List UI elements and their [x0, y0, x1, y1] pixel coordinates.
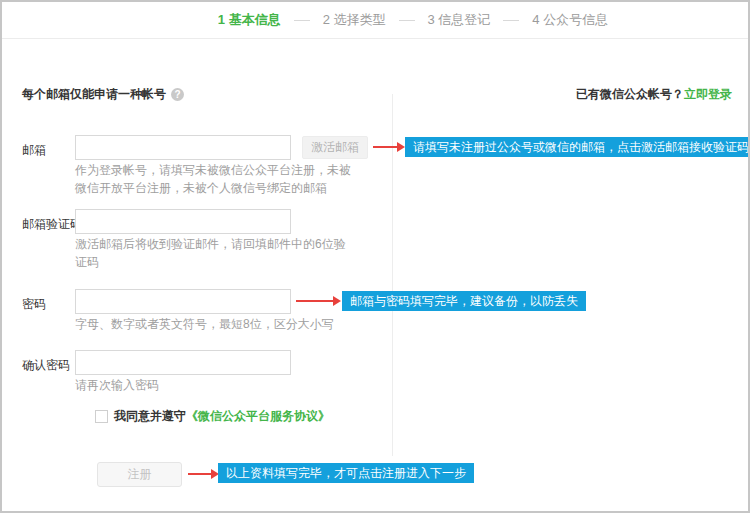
service-agreement-link[interactable]: 《微信公众平台服务协议》	[186, 409, 330, 423]
email-label: 邮箱	[22, 142, 46, 159]
step-account-type: 2 选择类型	[323, 11, 386, 29]
submit-tip-callout: 以上资料填写完毕，才可点击注册进入下一步	[218, 463, 474, 483]
register-button[interactable]: 注册	[97, 462, 182, 487]
agreement-checkbox[interactable]	[95, 410, 108, 423]
question-circle-icon[interactable]: ?	[171, 88, 184, 101]
email-input[interactable]	[75, 135, 291, 160]
password-input[interactable]	[75, 289, 291, 314]
stepper-bar: 1 基本信息 2 选择类型 3 信息登记 4 公众号信息	[2, 2, 748, 39]
email-tip-callout: 请填写未注册过公众号或微信的邮箱，点击激活邮箱接收验证码	[405, 137, 750, 157]
arrow-right-icon	[188, 473, 212, 475]
login-prompt: 已有微信公众帐号？立即登录	[576, 86, 732, 103]
arrow-right-icon	[296, 300, 334, 302]
step-info-registration: 3 信息登记	[428, 11, 491, 29]
email-code-label: 邮箱验证码	[22, 216, 82, 233]
agreement-prefix: 我同意并遵守	[114, 409, 186, 423]
agreement-row: 我同意并遵守《微信公众平台服务协议》	[95, 408, 330, 425]
stepper: 1 基本信息 2 选择类型 3 信息登记 4 公众号信息	[218, 11, 608, 29]
password-tip-callout: 邮箱与密码填写完毕，建议备份，以防丢失	[342, 291, 586, 311]
login-prompt-text: 已有微信公众帐号？	[576, 87, 684, 101]
login-now-link[interactable]: 立即登录	[684, 87, 732, 101]
step-basic-info: 1 基本信息	[218, 11, 281, 29]
email-limit-note: 每个邮箱仅能申请一种帐号 ?	[22, 86, 184, 103]
email-limit-note-text: 每个邮箱仅能申请一种帐号	[22, 86, 166, 103]
activate-email-button[interactable]: 激活邮箱	[302, 136, 368, 159]
password-label: 密码	[22, 296, 46, 313]
step-separator	[503, 20, 519, 21]
email-help-text: 作为登录帐号，请填写未被微信公众平台注册，未被微信开放平台注册，未被个人微信号绑…	[75, 161, 357, 197]
confirm-password-help-text: 请再次输入密码	[75, 376, 357, 394]
confirm-password-input[interactable]	[75, 350, 291, 375]
password-help-text: 字母、数字或者英文符号，最短8位，区分大小写	[75, 315, 357, 333]
agreement-text: 我同意并遵守《微信公众平台服务协议》	[114, 408, 330, 425]
email-code-help-text: 激活邮箱后将收到验证邮件，请回填邮件中的6位验证码	[75, 235, 357, 271]
step-separator	[399, 20, 415, 21]
step-account-info: 4 公众号信息	[532, 11, 608, 29]
email-code-input[interactable]	[75, 209, 291, 234]
confirm-password-label: 确认密码	[22, 357, 70, 374]
registration-page: 1 基本信息 2 选择类型 3 信息登记 4 公众号信息 每个邮箱仅能申请一种帐…	[0, 0, 750, 513]
arrow-right-icon	[373, 146, 398, 148]
step-separator	[294, 20, 310, 21]
vertical-divider	[392, 94, 393, 456]
